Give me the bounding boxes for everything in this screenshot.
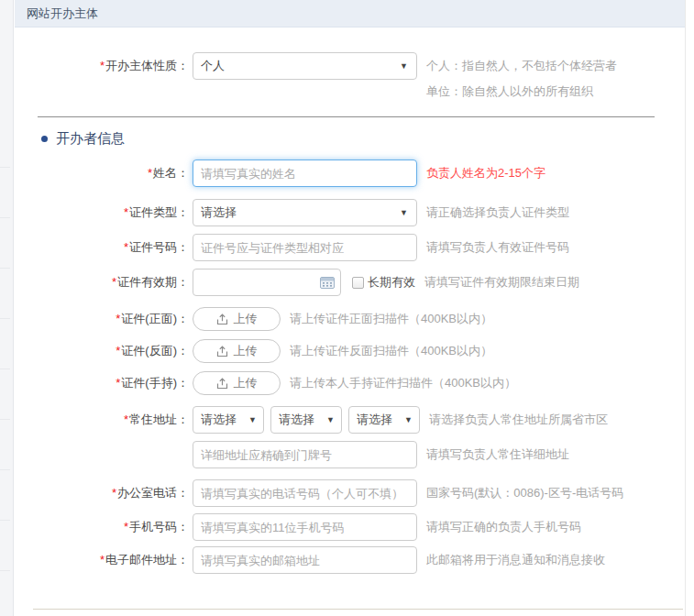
cert-validity-label: *证件有效期：: [15, 269, 189, 296]
cert-type-label: *证件类型：: [15, 199, 189, 226]
form-row-cert-type: *证件类型： 请选择 ▼ 请正确选择负责人证件类型: [15, 199, 685, 226]
calendar-icon[interactable]: [320, 276, 335, 289]
office-phone-label: *办公室电话：: [15, 479, 189, 507]
email-input[interactable]: [193, 546, 417, 574]
form-row-cert-hand: *证件(手持)： 上传 请上传本人手持证件扫描件（400KB以内）: [15, 371, 685, 395]
name-label: *姓名：: [15, 160, 189, 187]
required-marker: *: [116, 344, 120, 358]
chevron-down-icon: ▼: [326, 407, 335, 433]
required-marker: *: [112, 486, 116, 500]
name-input[interactable]: [193, 160, 417, 187]
cert-hand-label: *证件(手持)：: [15, 371, 189, 395]
cert-front-hint: 请上传证件正面扫描件（400KB以内）: [290, 307, 492, 331]
mobile-hint: 请填写正确的负责人手机号码: [426, 513, 581, 541]
form-row-email: *电子邮件地址： 此邮箱将用于消息通知和消息接收: [15, 546, 685, 574]
form-row-address-detail: 请填写负责人常住详细地址: [15, 441, 685, 468]
office-phone-input[interactable]: [193, 479, 417, 507]
cert-type-select[interactable]: 请选择 ▼: [193, 199, 417, 226]
form-row-address: *常住地址： 请选择 ▼ 请选择 ▼ 请选择 ▼ 请选择负责人常住地址所属省市区: [15, 406, 685, 434]
required-marker: *: [116, 376, 120, 390]
upload-icon: [216, 378, 228, 390]
address-label: *常住地址：: [15, 406, 189, 434]
form-row-subject-nature: *开办主体性质： 个人 ▼ 个人：指自然人，不包括个体经营者 单位：除自然人以外…: [15, 52, 685, 104]
cert-type-value: 请选择: [201, 200, 237, 226]
section-divider: [38, 116, 655, 117]
form-row-cert-front: *证件(正面)： 上传 请上传证件正面扫描件（400KB以内）: [15, 307, 685, 331]
cert-type-hint: 请正确选择负责人证件类型: [426, 199, 569, 226]
address-city-value: 请选择: [279, 407, 314, 433]
form-row-cert-validity: *证件有效期：: [15, 269, 685, 296]
address-district-value: 请选择: [357, 407, 392, 433]
cert-number-label: *证件号码：: [15, 234, 189, 261]
chevron-down-icon: ▼: [248, 407, 257, 433]
upload-icon: [216, 346, 228, 358]
chevron-down-icon: ▼: [404, 407, 413, 433]
cert-front-upload-button[interactable]: 上传: [193, 307, 281, 331]
form-content: *开办主体性质： 个人 ▼ 个人：指自然人，不包括个体经营者 单位：除自然人以外…: [15, 28, 685, 574]
subject-nature-hint: 个人：指自然人，不包括个体经营者 单位：除自然人以外的所有组织: [426, 52, 617, 104]
name-hint: 负责人姓名为2-15个字: [426, 160, 545, 187]
required-marker: *: [100, 59, 105, 72]
subject-nature-select[interactable]: 个人 ▼: [193, 52, 417, 80]
address-city-select[interactable]: 请选择 ▼: [270, 406, 342, 434]
cert-hand-hint: 请上传本人手持证件扫描件（400KB以内）: [290, 371, 516, 395]
required-marker: *: [124, 205, 128, 219]
form-row-cert-number: *证件号码： 请填写负责人有效证件号码: [15, 234, 685, 261]
address-district-select[interactable]: 请选择 ▼: [348, 406, 420, 434]
cert-hand-upload-button[interactable]: 上传: [193, 371, 281, 395]
required-marker: *: [124, 520, 128, 534]
cert-number-hint: 请填写负责人有效证件号码: [426, 234, 569, 261]
subject-nature-label: *开办主体性质：: [15, 52, 189, 80]
required-marker: *: [116, 312, 120, 325]
mobile-label: *手机号码：: [15, 513, 189, 541]
cert-front-label: *证件(正面)：: [15, 307, 189, 331]
required-marker: *: [124, 240, 128, 254]
form-row-office-phone: *办公室电话： 国家号码(默认：0086)-区号-电话号码: [15, 479, 685, 507]
long-term-checkbox-label: 长期有效: [368, 274, 415, 291]
chevron-down-icon: ▼: [400, 53, 408, 79]
chevron-down-icon: ▼: [400, 200, 408, 226]
email-label: *电子邮件地址：: [15, 546, 189, 574]
mobile-input[interactable]: [193, 513, 417, 541]
required-marker: *: [112, 275, 116, 289]
form-row-cert-back: *证件(反面)： 上传 请上传证件反面扫描件（400KB以内）: [15, 339, 685, 363]
address-detail-hint: 请填写负责人常住详细地址: [426, 441, 569, 468]
required-marker: *: [124, 412, 128, 426]
left-edge-strip: [0, 0, 14, 616]
long-term-checkbox[interactable]: [352, 277, 364, 289]
email-hint: 此邮箱将用于消息通知和消息接收: [426, 546, 605, 574]
upload-icon: [216, 314, 228, 325]
required-marker: *: [100, 553, 105, 566]
panel-title: 网站开办主体: [15, 0, 685, 28]
subject-nature-value: 个人: [201, 53, 225, 79]
bullet-icon: [41, 136, 48, 142]
main-panel: 网站开办主体 *开办主体性质： 个人 ▼ 个人：指自然人，不包括个体经营者 单位…: [15, 0, 686, 616]
cert-validity-hint: 请填写证件有效期限结束日期: [424, 269, 579, 296]
address-detail-input[interactable]: [193, 441, 417, 468]
validity-date-input[interactable]: [193, 269, 341, 296]
form-row-name: *姓名： 负责人姓名为2-15个字: [15, 160, 685, 187]
cert-back-upload-button[interactable]: 上传: [193, 339, 281, 363]
address-province-value: 请选择: [201, 407, 237, 433]
cert-number-input[interactable]: [193, 234, 417, 261]
office-phone-hint: 国家号码(默认：0086)-区号-电话号码: [426, 479, 623, 507]
required-marker: *: [148, 166, 152, 180]
bottom-divider: [33, 609, 683, 610]
address-hint: 请选择负责人常住地址所属省市区: [429, 406, 608, 434]
address-province-select[interactable]: 请选择 ▼: [193, 406, 264, 434]
cert-back-hint: 请上传证件反面扫描件（400KB以内）: [290, 339, 492, 363]
section-title-founder-info: 开办者信息: [41, 130, 685, 148]
cert-back-label: *证件(反面)：: [15, 339, 189, 363]
form-row-mobile: *手机号码： 请填写正确的负责人手机号码: [15, 513, 685, 541]
